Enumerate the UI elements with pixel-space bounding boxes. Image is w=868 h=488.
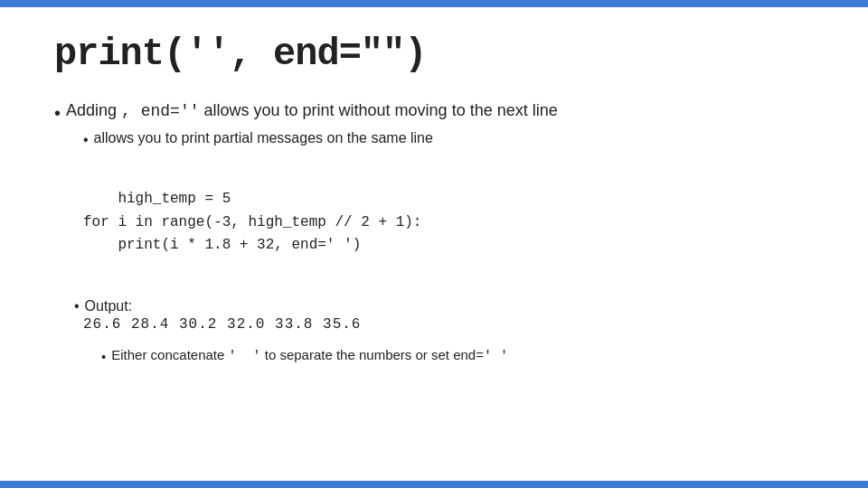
- bullet-sub-1: • allows you to print partial messages o…: [83, 130, 814, 150]
- bullet-dot-sub-1: •: [83, 130, 89, 150]
- bullet-main-1-text: Adding , end='' allows you to print with…: [66, 101, 558, 120]
- bullet-inline-code: , end='': [121, 102, 199, 120]
- bullet-after-code: allows you to print without moving to th…: [200, 101, 558, 119]
- bottom-accent-bar: [0, 481, 868, 488]
- either-code-2: ' ': [484, 349, 508, 364]
- output-bullet-dot: •: [74, 298, 80, 314]
- title-text: print('', end=""): [54, 33, 426, 76]
- code-block-text: high_temp = 5 for i in range(-3, high_te…: [83, 191, 421, 253]
- bullet-sub-1-text: allows you to print partial messages on …: [94, 130, 433, 146]
- output-section: • Output: 26.6 28.4 30.2 32.0 33.8 35.6: [74, 298, 814, 333]
- slide-title: print('', end=""): [54, 33, 814, 76]
- output-values: 26.6 28.4 30.2 32.0 33.8 35.6: [83, 316, 814, 333]
- bullet-dot-1: •: [54, 101, 61, 125]
- slide-content: print('', end="") • Adding , end='' allo…: [0, 7, 868, 384]
- either-line: • Either concatenate ' ' to separate the…: [101, 347, 814, 366]
- top-accent-bar: [0, 0, 868, 7]
- either-dot: •: [101, 347, 106, 366]
- bullet-main-1: • Adding , end='' allows you to print wi…: [54, 101, 814, 125]
- output-label-row: • Output:: [74, 298, 814, 314]
- either-text: Either concatenate ' ' to separate the n…: [111, 347, 508, 364]
- bullet-before-code: Adding: [66, 101, 121, 119]
- either-code-1: ' ': [229, 349, 261, 364]
- output-label-text: Output:: [85, 298, 132, 314]
- code-block: high_temp = 5 for i in range(-3, high_te…: [83, 164, 814, 280]
